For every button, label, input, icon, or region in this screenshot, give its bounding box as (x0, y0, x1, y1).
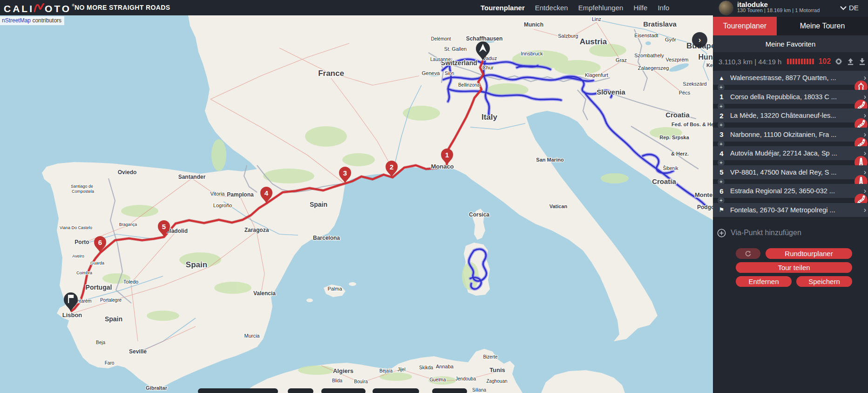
share-tour-button[interactable]: Tour teilen (736, 262, 852, 273)
remove-button[interactable]: Entfernen (736, 276, 792, 287)
map-label: Logroño (213, 203, 232, 208)
map-label: Innsbruck (521, 51, 543, 56)
tab-tourenplaner[interactable]: Tourenplaner (713, 17, 777, 35)
avatar[interactable] (719, 0, 733, 15)
map-popup-pill[interactable] (432, 388, 467, 393)
osm-attribution[interactable]: nStreetMap contributors (0, 16, 64, 25)
curviness-meter (787, 59, 814, 64)
map-popup-pill[interactable] (321, 388, 366, 393)
map-label: Portugal (86, 284, 112, 291)
waypoint-row-5[interactable]: 5VP-8801, 47500 Nava del Rey, S ...› (713, 165, 868, 179)
map-label: Lisbon (62, 312, 82, 318)
map-label: Bratislava (643, 20, 677, 28)
map-label: Klagenfurt (585, 72, 608, 78)
tour-distance-duration: 3.110,3 km | 44:19 h (719, 58, 781, 66)
nav-item-tourenplaner[interactable]: Tourenplaner (481, 4, 525, 12)
waypoint-row-3[interactable]: 3Narbonne, 11100 Okzitanien, Fra ...› (713, 128, 868, 142)
pin-number: 4 (264, 189, 269, 197)
panel-collapse-button[interactable]: › (692, 32, 707, 47)
curviness-bar (801, 59, 803, 64)
map-label: Croatia (665, 111, 690, 119)
map-label: Zalaegerszeg (638, 65, 669, 71)
map-label: Santander (178, 174, 206, 180)
map-label: Salzburg (558, 33, 578, 39)
map-label: Bragança (119, 222, 137, 227)
map-label: Murcia (244, 333, 260, 339)
reroute-refresh-button[interactable] (736, 248, 760, 259)
map-label: Geneva (422, 70, 440, 76)
logo-text-right: OTO (45, 3, 71, 14)
map-canvas[interactable]: FranceSwitzerlandAustriaItalySpainSpainS… (0, 15, 713, 393)
waypoint-number: 4 (713, 149, 730, 157)
curviness-bar (793, 59, 794, 64)
waypoint-label: Autovía Mudéjar, 22714 Jaca, Sp ... (730, 149, 852, 157)
map-label: Zaghouan (486, 379, 507, 384)
osm-link[interactable]: nStreetMap (2, 17, 31, 24)
pin-number: 3 (343, 169, 347, 177)
top-bar: CALIOTO ® NO MORE STRAIGHT ROADS Tourenp… (0, 0, 868, 15)
leg-separator: + (713, 104, 868, 109)
map-label: Guelma (429, 377, 446, 382)
map-label: Blida (332, 378, 343, 383)
settings-gear-icon[interactable] (834, 57, 843, 66)
leg-separator: + (713, 179, 868, 184)
language-switcher[interactable]: DE (840, 4, 859, 12)
map-label: Béjaïa (380, 368, 393, 373)
map-popup-pill[interactable] (373, 388, 419, 393)
curviness-value: 102 (818, 57, 831, 66)
waypoint-row-1[interactable]: 1Corso della Repubblica, 18033 C ...› (713, 90, 868, 104)
roundtour-button[interactable]: Rundtourplaner (766, 248, 852, 259)
user-stats: 130 Touren | 18.169 km | 1 Motorrad (737, 7, 837, 14)
map-label: Vatican (549, 203, 568, 209)
favorites-header[interactable]: Meine Favoriten (713, 35, 868, 52)
map-label: St. Gallen (444, 46, 467, 52)
map-label: Palma (327, 286, 342, 291)
tab-meine-touren[interactable]: Meine Touren (777, 17, 868, 35)
add-via-point[interactable]: Via-Punkt hinzufügen (713, 226, 868, 240)
destination-flag-icon: ⚑ (713, 206, 730, 213)
waypoint-number: 2 (713, 112, 730, 120)
map-svg: FranceSwitzerlandAustriaItalySpainSpainS… (0, 15, 713, 393)
waypoint-row-6[interactable]: 6Estrada Regional 225, 3650-032 ...› (713, 184, 868, 198)
waypoint-row-2[interactable]: 2La Mède, 13220 Châteauneuf-les...› (713, 108, 868, 122)
map-label: Kec (706, 62, 713, 68)
map-label: France (318, 69, 344, 78)
curviness-bar (807, 59, 808, 64)
leg-separator: + (713, 85, 868, 90)
calimoto-logo[interactable]: CALIOTO ® (4, 1, 75, 16)
waypoint-label: Walenseestrasse, 8877 Quarten, ... (730, 74, 852, 81)
nav-item-hilfe[interactable]: Hilfe (633, 4, 647, 12)
import-download-icon[interactable] (858, 58, 866, 66)
map-label: Szombathely (634, 53, 664, 58)
waypoint-label: Narbonne, 11100 Okzitanien, Fra ... (730, 131, 852, 138)
nav-item-entdecken[interactable]: Entdecken (535, 4, 568, 12)
waypoint-row-4[interactable]: 4Autovía Mudéjar, 22714 Jaca, Sp ...› (713, 146, 868, 160)
map-label: Valencia (253, 290, 276, 297)
map-label: Bellinzona (458, 82, 480, 88)
map-label: Siliana (472, 387, 486, 393)
osm-suffix: contributors (31, 17, 61, 24)
user-block[interactable]: italoduke 130 Touren | 18.169 km | 1 Mot… (719, 0, 859, 15)
map-popup-pill[interactable] (198, 388, 278, 393)
map-label: Corsica (469, 211, 489, 218)
waypoint-row-start[interactable]: ▲Walenseestrasse, 8877 Quarten, ...› (713, 71, 868, 85)
top-nav: TourenplanerEntdeckenEmpfehlungenHilfeIn… (481, 0, 669, 15)
map-label: Monaco (431, 163, 454, 170)
waypoint-label: Corso della Repubblica, 18033 C ... (730, 93, 852, 101)
nav-item-info[interactable]: Info (658, 4, 669, 12)
map-label: Coimbra (76, 271, 92, 275)
save-button[interactable]: Speichern (796, 276, 852, 287)
map-label: Spain (105, 315, 122, 323)
map-label: Spain (186, 260, 207, 269)
map-label: Munich (524, 21, 543, 28)
map-label: Viana Do Castelo (60, 225, 92, 230)
pin-number: 6 (98, 238, 102, 246)
map-popup-pill[interactable] (288, 388, 313, 393)
waypoint-row-flag[interactable]: ⚑Fontelas, 2670-347 Metropolregi ...› (713, 203, 868, 217)
map-label: Linz (592, 16, 601, 22)
waypoint-label: VP-8801, 47500 Nava del Rey, S ... (730, 169, 852, 176)
map-label: Monten (695, 191, 713, 198)
map-label: Algiers (333, 367, 353, 374)
export-upload-icon[interactable] (847, 58, 854, 66)
nav-item-empfehlungen[interactable]: Empfehlungen (578, 4, 624, 12)
